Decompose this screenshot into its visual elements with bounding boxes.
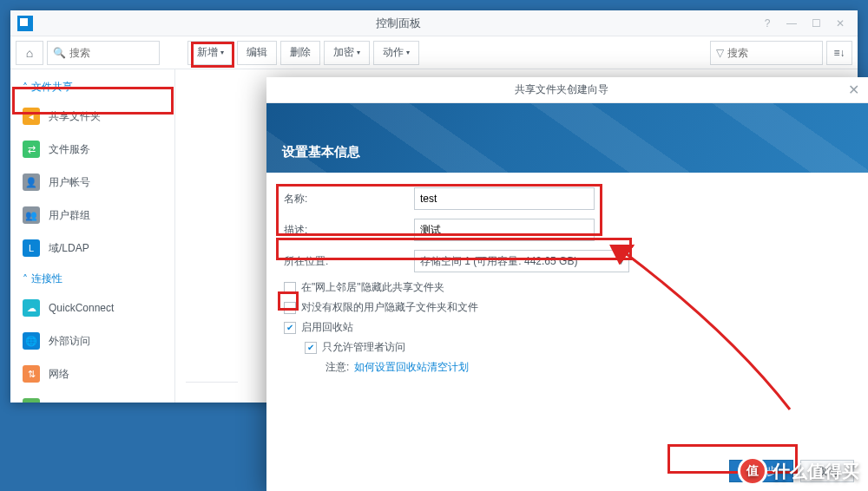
caret-down-icon: ▾ [406, 49, 410, 56]
new-button[interactable]: 新增▾ [187, 41, 233, 65]
recycle-admin-checkbox[interactable]: ✔ [305, 342, 317, 354]
toolbar-search[interactable]: ▽ [710, 41, 823, 65]
folder-icon: ◂ [23, 108, 40, 125]
banner-title: 设置基本信息 [282, 144, 360, 160]
service-icon: ⇄ [23, 141, 40, 158]
wizard-titlebar: 共享文件夹创建向导 ✕ [266, 77, 868, 103]
maximize-icon[interactable]: ☐ [806, 16, 826, 31]
ldap-icon: L [23, 239, 40, 257]
sidebar-item-user[interactable]: 👤用户帐号 [10, 166, 174, 199]
desc-label: 描述: [284, 223, 414, 238]
cloud-icon: ☁ [23, 299, 40, 317]
recycle-plan-link[interactable]: 如何设置回收站清空计划 [354, 360, 469, 375]
network-icon: ⇅ [23, 365, 40, 383]
shared-folder-wizard: 共享文件夹创建向导 ✕ 设置基本信息 名称: 描述: 所在位置: 存储空间 1 … [266, 77, 868, 491]
wizard-banner: 设置基本信息 [266, 103, 868, 173]
watermark-icon: 值 [738, 456, 767, 486]
help-icon[interactable]: ? [757, 16, 778, 31]
close-icon[interactable]: ✕ [830, 16, 851, 31]
watermark: 值 什么值得买 [738, 456, 859, 486]
sidebar-item-file-service[interactable]: ⇄文件服务 [10, 133, 174, 166]
sidebar: ˄文件共享 ◂共享文件夹 ⇄文件服务 👤用户帐号 👥用户群组 L域/LDAP ˄… [10, 69, 175, 403]
sidebar-search[interactable]: 🔍 [47, 41, 160, 65]
sidebar-item-dhcp[interactable]: ◧DHCP Server [10, 390, 174, 403]
hide-noperm-label: 对没有权限的用户隐藏子文件夹和文件 [301, 300, 478, 315]
app-icon [17, 16, 33, 31]
encrypt-button[interactable]: 加密▾ [324, 41, 370, 65]
desc-input[interactable] [414, 219, 595, 241]
note-label: 注意: [326, 360, 349, 375]
list-view-button[interactable]: ≡↓ [826, 41, 852, 65]
section-connectivity[interactable]: ˄连接性 [10, 265, 174, 291]
location-select[interactable]: 存储空间 1 (可用容量: 442.65 GB) ▾ [414, 250, 629, 272]
caret-down-icon: ▾ [619, 257, 623, 266]
sidebar-item-quickconnect[interactable]: ☁QuickConnect [10, 291, 174, 324]
user-icon: 👤 [23, 173, 40, 191]
globe-icon: 🌐 [23, 332, 40, 350]
sidebar-item-group[interactable]: 👥用户群组 [10, 199, 174, 232]
delete-button[interactable]: 删除 [280, 41, 320, 65]
toolbar: ⌂ 🔍 新增▾ 编辑 删除 加密▾ 动作▾ ▽ ≡↓ [10, 36, 858, 69]
dhcp-icon: ◧ [23, 398, 40, 403]
close-icon[interactable]: ✕ [848, 82, 859, 98]
sidebar-search-input[interactable] [69, 47, 154, 59]
edit-button[interactable]: 编辑 [237, 41, 277, 65]
caret-down-icon: ▾ [357, 49, 360, 56]
name-input[interactable] [414, 187, 595, 210]
hide-network-checkbox[interactable] [284, 282, 296, 294]
window-titlebar: 控制面板 ? — ☐ ✕ [10, 10, 858, 36]
recycle-label: 启用回收站 [301, 320, 353, 335]
chevron-up-icon: ˄ [23, 273, 28, 285]
action-button[interactable]: 动作▾ [373, 41, 419, 65]
chevron-up-icon: ˄ [23, 82, 28, 94]
window-title: 控制面板 [40, 16, 757, 31]
search-icon: 🔍 [53, 47, 66, 59]
sidebar-item-ldap[interactable]: L域/LDAP [10, 232, 174, 265]
sidebar-item-external-access[interactable]: 🌐外部访问 [10, 324, 174, 357]
wizard-title: 共享文件夹创建向导 [275, 82, 848, 97]
recycle-checkbox[interactable]: ✔ [284, 322, 296, 334]
sidebar-item-shared-folder[interactable]: ◂共享文件夹 [10, 100, 174, 133]
location-label: 所在位置: [284, 254, 414, 269]
watermark-text: 什么值得买 [773, 460, 859, 483]
wizard-body: 名称: 描述: 所在位置: 存储空间 1 (可用容量: 442.65 GB) ▾… [266, 173, 868, 394]
group-icon: 👥 [23, 206, 40, 224]
name-label: 名称: [284, 192, 414, 206]
hide-network-label: 在"网上邻居"隐藏此共享文件夹 [301, 280, 444, 295]
recycle-admin-label: 只允许管理者访问 [322, 340, 405, 355]
toolbar-search-input[interactable] [727, 47, 817, 59]
sidebar-item-network[interactable]: ⇅网络 [10, 357, 174, 390]
filter-icon: ▽ [716, 47, 724, 59]
caret-down-icon: ▾ [220, 49, 224, 56]
hide-noperm-checkbox[interactable] [284, 302, 296, 314]
section-file-sharing[interactable]: ˄文件共享 [10, 73, 174, 100]
minimize-icon[interactable]: — [781, 16, 802, 31]
home-button[interactable]: ⌂ [16, 41, 43, 65]
location-value: 存储空间 1 (可用容量: 442.65 GB) [420, 254, 577, 269]
